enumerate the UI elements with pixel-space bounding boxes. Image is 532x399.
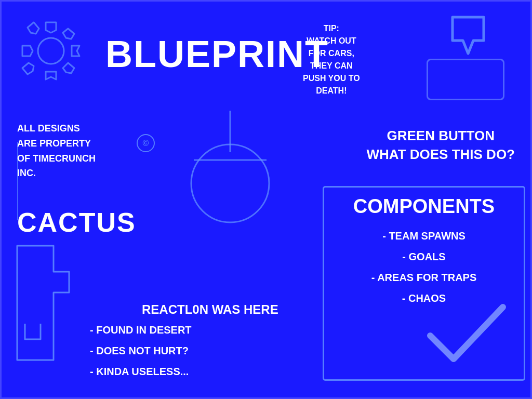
bullet-points: - FOUND IN DESERT - DOES NOT HURT? - KIN… bbox=[90, 320, 192, 382]
copyright-icon: © bbox=[137, 134, 155, 152]
svg-point-0 bbox=[38, 38, 64, 64]
blueprint-page: BLUEPRINT TIP: WATCH OUTFOR CARS,THEY CA… bbox=[0, 0, 532, 399]
reactlon-text: REACTL0N WAS HERE bbox=[142, 302, 278, 317]
checkmark-icon bbox=[425, 299, 508, 369]
bullet-item-3: - KINDA USELESS... bbox=[90, 361, 192, 382]
gear-icon bbox=[17, 17, 85, 85]
tip-text: WATCH OUTFOR CARS,THEY CANPUSH YOU TODEA… bbox=[303, 36, 360, 95]
tip-label: TIP: bbox=[324, 24, 339, 33]
cactus-shape-icon bbox=[12, 241, 79, 365]
tip-box: TIP: WATCH OUTFOR CARS,THEY CANPUSH YOU … bbox=[303, 22, 360, 97]
property-line4: INC. bbox=[17, 168, 36, 178]
component-item-1: - TEAM SPAWNS bbox=[332, 225, 516, 246]
cactus-label: CACTUS bbox=[17, 207, 136, 238]
green-button-line2: WHAT DOES THIS DO? bbox=[366, 147, 515, 162]
bullet-item-2: - DOES NOT HURT? bbox=[90, 340, 192, 361]
component-item-2: - GOALS bbox=[332, 246, 516, 267]
rectangle-icon bbox=[427, 59, 504, 100]
property-line2: ARE PROPERTY bbox=[17, 138, 91, 149]
property-line3: OF TIMECRUNCH bbox=[17, 153, 96, 164]
components-list: - TEAM SPAWNS - GOALS - AREAS FOR TRAPS … bbox=[332, 225, 516, 309]
components-title: COMPONENTS bbox=[332, 195, 516, 218]
components-box: COMPONENTS - TEAM SPAWNS - GOALS - AREAS… bbox=[323, 186, 525, 381]
arrow-down-icon bbox=[447, 12, 489, 61]
svg-point-3 bbox=[191, 144, 269, 222]
green-button-text: GREEN BUTTON WHAT DOES THIS DO? bbox=[366, 126, 515, 164]
property-text: ALL DESIGNS ARE PROPERTY OF TIMECRUNCH I… bbox=[17, 121, 96, 181]
green-button-line1: GREEN BUTTON bbox=[387, 128, 495, 143]
gender-symbol-icon bbox=[178, 105, 282, 253]
component-item-3: - AREAS FOR TRAPS bbox=[332, 267, 516, 288]
property-line1: ALL DESIGNS bbox=[17, 123, 80, 134]
blueprint-title: BLUEPRINT bbox=[105, 33, 329, 75]
bullet-item-1: - FOUND IN DESERT bbox=[90, 320, 192, 340]
svg-marker-1 bbox=[453, 17, 484, 54]
